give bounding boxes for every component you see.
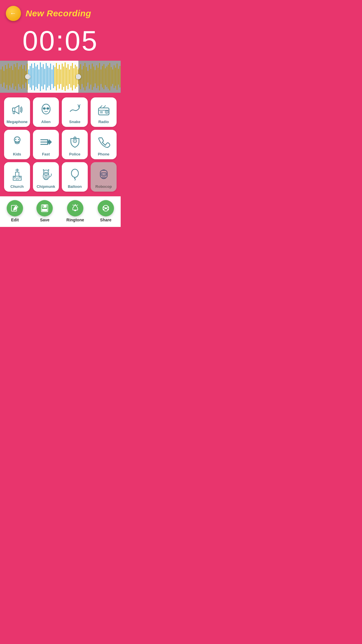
svg-rect-31: [96, 65, 97, 88]
svg-rect-39: [108, 65, 109, 89]
svg-rect-35: [102, 66, 103, 88]
svg-rect-51: [33, 68, 34, 85]
alien-icon: [38, 102, 54, 117]
phone-label: Phone: [98, 152, 110, 156]
svg-rect-0: [1, 69, 1, 84]
effect-robocop[interactable]: Robocop: [91, 162, 117, 192]
svg-rect-71: [62, 64, 63, 90]
edit-button[interactable]: Edit: [7, 200, 23, 222]
svg-rect-70: [60, 69, 61, 84]
church-label: Church: [10, 184, 24, 189]
radio-icon: [96, 102, 111, 117]
svg-rect-52: [34, 63, 35, 90]
svg-rect-15: [22, 69, 23, 85]
balloon-icon: [67, 167, 82, 182]
svg-rect-21: [82, 69, 82, 84]
robocop-icon: [96, 167, 111, 182]
header: ← New Recording: [0, 0, 121, 24]
svg-rect-56: [40, 62, 41, 91]
share-button[interactable]: Share: [98, 200, 114, 222]
waveform-handle-right[interactable]: [76, 74, 81, 79]
ringtone-button[interactable]: Ringtone: [66, 200, 84, 222]
snake-label: Snake: [69, 120, 80, 124]
svg-rect-74: [66, 68, 67, 86]
timer-display: 00:05: [22, 27, 98, 55]
effect-church[interactable]: Church: [4, 162, 30, 192]
svg-rect-68: [57, 69, 58, 85]
svg-rect-128: [42, 209, 47, 211]
effect-kids[interactable]: Kids: [4, 130, 30, 159]
svg-rect-57: [41, 67, 42, 86]
svg-rect-24: [86, 67, 87, 86]
svg-rect-43: [114, 65, 115, 88]
svg-rect-5: [8, 64, 9, 90]
svg-rect-28: [92, 64, 93, 90]
ringtone-label: Ringtone: [66, 218, 84, 222]
svg-rect-30: [95, 70, 96, 83]
svg-point-103: [74, 140, 75, 141]
svg-rect-69: [59, 65, 60, 89]
waveform-selection[interactable]: [28, 61, 78, 93]
svg-rect-79: [73, 68, 74, 85]
waveform-section[interactable]: [0, 61, 121, 93]
svg-rect-29: [93, 66, 94, 87]
svg-rect-4: [6, 69, 7, 85]
svg-rect-78: [72, 63, 73, 90]
chipmunk-label: Chipmunk: [37, 184, 55, 189]
bottom-toolbar: Edit Save Ringtone: [0, 196, 121, 227]
phone-icon: [96, 134, 111, 150]
effect-fast[interactable]: Fast: [33, 130, 59, 159]
svg-rect-13: [20, 66, 20, 87]
fast-label: Fast: [42, 152, 50, 156]
svg-line-136: [104, 207, 105, 208]
waveform-handle-left[interactable]: [25, 74, 30, 79]
svg-rect-77: [71, 66, 71, 88]
svg-rect-41: [111, 67, 112, 86]
svg-point-113: [47, 172, 48, 173]
svg-rect-55: [38, 69, 39, 84]
megaphone-icon: [10, 102, 25, 117]
svg-rect-73: [65, 62, 66, 91]
svg-rect-65: [53, 65, 54, 88]
back-icon: ←: [10, 10, 16, 17]
svg-rect-36: [103, 64, 104, 89]
svg-rect-50: [31, 64, 32, 90]
svg-line-137: [106, 207, 108, 208]
effect-megaphone[interactable]: Megaphone: [4, 97, 30, 127]
svg-rect-40: [109, 63, 110, 90]
svg-rect-108: [14, 177, 15, 178]
svg-rect-54: [37, 65, 38, 89]
svg-point-112: [44, 172, 45, 173]
svg-point-135: [107, 209, 109, 210]
svg-rect-90: [99, 108, 109, 115]
svg-rect-37: [105, 68, 106, 85]
megaphone-label: Megaphone: [6, 120, 27, 124]
waveform-selected: [28, 61, 78, 93]
svg-rect-26: [89, 65, 90, 89]
svg-rect-32: [98, 68, 99, 86]
church-icon: [10, 167, 25, 182]
effect-chipmunk[interactable]: Chipmunk: [33, 162, 59, 192]
svg-rect-106: [15, 172, 19, 176]
save-button[interactable]: Save: [36, 200, 53, 222]
back-button[interactable]: ←: [6, 6, 21, 21]
effect-police[interactable]: Police: [62, 130, 88, 159]
effect-balloon[interactable]: Balloon: [62, 162, 88, 192]
effect-alien[interactable]: Alien: [33, 97, 59, 127]
svg-rect-42: [112, 69, 113, 84]
balloon-label: Balloon: [68, 184, 82, 189]
svg-rect-27: [90, 69, 91, 85]
share-label: Share: [100, 218, 111, 222]
svg-rect-33: [99, 63, 100, 90]
effect-phone[interactable]: Phone: [91, 130, 117, 159]
fast-icon: [38, 134, 54, 150]
effect-snake[interactable]: Snake: [62, 97, 88, 127]
effects-grid: Megaphone Alien: [4, 97, 117, 192]
svg-point-133: [107, 206, 109, 208]
effect-radio[interactable]: Radio: [91, 97, 117, 127]
svg-rect-66: [55, 67, 55, 86]
save-label: Save: [40, 218, 50, 222]
svg-rect-11: [17, 63, 17, 90]
svg-rect-9: [14, 64, 15, 89]
police-label: Police: [69, 152, 80, 156]
